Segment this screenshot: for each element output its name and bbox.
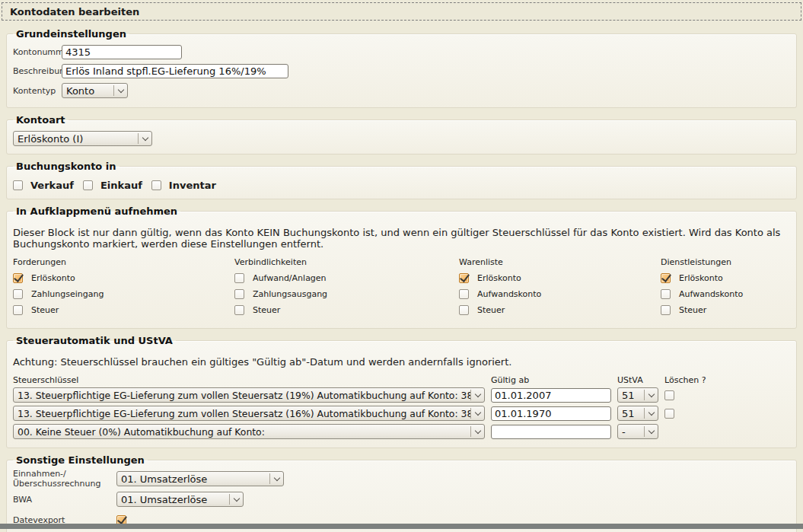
chevron-down-icon (230, 499, 243, 501)
bwa-label: BWA (13, 495, 116, 505)
column-header: Forderungen (13, 257, 234, 267)
chevron-down-icon (114, 90, 127, 92)
checkbox-label: Steuer (31, 305, 59, 315)
checkbox-einkauf[interactable] (83, 180, 93, 190)
section-kontoart-legend: Kontoart (13, 114, 69, 126)
section-sonstige: Sonstige Einstellungen Einnahmen-/Übersc… (6, 454, 797, 532)
checkbox-warenliste-aufwandskonto[interactable] (459, 289, 469, 299)
chevron-down-icon (645, 431, 658, 433)
checkbox-warenliste-steuer[interactable] (459, 305, 469, 315)
steuerschluessel-select-3[interactable]: 00. Keine Steuer (0%) Automatikbuchung a… (13, 424, 485, 439)
checkbox-label: Erlöskonto (679, 273, 723, 283)
section-aufklappmenu-legend: In Aufklappmenü aufnehmen (13, 205, 180, 217)
aufklappmenu-hint: Dieser Block ist nur dann gültig, wenn d… (13, 227, 790, 250)
gueltig-ab-input-3[interactable] (491, 425, 611, 439)
ustva-select-1[interactable]: 51 (617, 387, 658, 403)
checkbox-label: Steuer (679, 305, 706, 315)
kontentyp-select[interactable]: Konto (62, 83, 128, 98)
steuerschluessel-select-value: 13. Steuerpflichtige EG-Lieferung zum vo… (14, 390, 470, 401)
checkbox-verbindlichkeiten-steuer[interactable] (234, 305, 244, 315)
steuerschluessel-select-value: 00. Keine Steuer (0%) Automatikbuchung a… (14, 426, 470, 438)
ustva-select-3[interactable]: - (617, 424, 658, 439)
column-header: Warenliste (459, 257, 661, 267)
loeschen-checkbox-1[interactable] (664, 390, 674, 400)
column-forderungen: Forderungen Erlöskonto Zahlungseingang S… (13, 257, 234, 321)
checkbox-forderungen-steuer[interactable] (13, 305, 23, 315)
steuer-row: 13. Steuerpflichtige EG-Lieferung zum vo… (13, 406, 790, 421)
ustva-select-value: 51 (618, 390, 644, 401)
checkbox-verbindlichkeiten-aufwand-anlagen[interactable] (234, 273, 244, 283)
kontonummer-input[interactable] (62, 45, 182, 59)
header-steuerschluessel: Steuerschlüssel (13, 375, 485, 385)
checkbox-verkauf[interactable] (13, 180, 23, 190)
euer-label: Einnahmen-/Überschussrechnung (13, 469, 116, 489)
column-header: Verbindlichkeiten (234, 257, 459, 267)
chevron-down-icon (471, 413, 484, 415)
steuerschluessel-select-value: 13. Steuerpflichtige EG-Lieferung zum vo… (14, 408, 470, 419)
checkbox-inventar[interactable] (151, 180, 161, 190)
checkbox-label: Steuer (477, 305, 505, 315)
checkbox-label: Aufwandskonto (679, 289, 743, 299)
steuer-row: 00. Keine Steuer (0%) Automatikbuchung a… (13, 424, 790, 439)
section-buchungskonto: Buchungskonto in Verkauf Einkauf Inventa… (6, 161, 797, 199)
checkbox-dienstleistungen-steuer[interactable] (661, 305, 671, 315)
checkbox-einkauf-label: Einkauf (100, 180, 142, 191)
loeschen-checkbox-2[interactable] (664, 409, 674, 419)
checkbox-verkauf-label: Verkauf (30, 180, 74, 191)
bottom-status-bar (0, 524, 803, 529)
checkbox-forderungen-zahlungseingang[interactable] (13, 289, 23, 299)
steuerautomatik-hint: Achtung: Steuerschlüssel brauchen ein gü… (13, 356, 790, 368)
column-dienstleistungen: Dienstleistungen Erlöskonto Aufwandskont… (661, 257, 790, 321)
chevron-down-icon (471, 394, 484, 397)
section-steuerautomatik: Steuerautomatik und UStVA Achtung: Steue… (6, 335, 797, 448)
gueltig-ab-input-2[interactable] (491, 406, 611, 421)
section-kontoart: Kontoart Erlöskonto (I) (6, 114, 797, 155)
section-sonstige-legend: Sonstige Einstellungen (13, 454, 148, 466)
beschreibung-label: Beschreibung (13, 66, 62, 76)
checkbox-dienstleistungen-erloeskonto[interactable] (661, 273, 671, 283)
section-grundeinstellungen-legend: Grundeinstellungen (13, 28, 129, 40)
bwa-select[interactable]: 01. Umsatzerlöse (116, 492, 244, 507)
checkbox-label: Zahlungsausgang (253, 289, 327, 299)
header-loeschen: Löschen ? (664, 375, 680, 385)
column-verbindlichkeiten: Verbindlichkeiten Aufwand/Anlagen Zahlun… (234, 257, 459, 321)
checkbox-forderungen-erloeskonto[interactable] (13, 273, 23, 283)
chevron-down-icon (139, 138, 151, 140)
page-title: Kontodaten bearbeiten (2, 2, 801, 21)
steuer-row: 13. Steuerpflichtige EG-Lieferung zum vo… (13, 387, 790, 403)
checkbox-label: Steuer (253, 305, 280, 315)
checkbox-warenliste-erloeskonto[interactable] (459, 273, 469, 283)
beschreibung-input[interactable] (62, 64, 288, 78)
kontoart-select[interactable]: Erlöskonto (I) (13, 131, 152, 146)
section-aufklappmenu: In Aufklappmenü aufnehmen Dieser Block i… (6, 205, 797, 329)
checkbox-label: Zahlungseingang (31, 289, 104, 299)
checkbox-label: Aufwand/Anlagen (253, 273, 327, 283)
section-grundeinstellungen: Grundeinstellungen Kontonummer Beschreib… (6, 28, 797, 108)
section-steuerautomatik-legend: Steuerautomatik und UStVA (13, 335, 176, 346)
steuerschluessel-select-2[interactable]: 13. Steuerpflichtige EG-Lieferung zum vo… (13, 406, 485, 421)
chevron-down-icon (645, 413, 658, 415)
ustva-select-value: 51 (618, 408, 644, 419)
chevron-down-icon (471, 431, 484, 433)
checkbox-verbindlichkeiten-zahlungsausgang[interactable] (234, 289, 244, 299)
euer-select[interactable]: 01. Umsatzerlöse (116, 471, 284, 486)
checkbox-label: Erlöskonto (31, 273, 75, 283)
ustva-select-value: - (618, 426, 644, 438)
kontentyp-label: Kontentyp (13, 86, 62, 96)
bwa-select-value: 01. Umsatzerlöse (117, 494, 229, 505)
kontonummer-label: Kontonummer (13, 47, 62, 57)
column-warenliste: Warenliste Erlöskonto Aufwandskonto Steu… (459, 257, 661, 321)
section-buchungskonto-legend: Buchungskonto in (13, 161, 119, 172)
ustva-select-2[interactable]: 51 (617, 406, 658, 421)
checkbox-label: Erlöskonto (477, 273, 521, 283)
kontoart-select-value: Erlöskonto (I) (14, 133, 138, 145)
checkbox-dienstleistungen-aufwandskonto[interactable] (661, 289, 671, 299)
gueltig-ab-input-1[interactable] (491, 388, 611, 403)
checkbox-inventar-label: Inventar (169, 180, 216, 191)
chevron-down-icon (645, 394, 658, 397)
checkbox-label: Aufwandskonto (477, 289, 541, 299)
column-header: Dienstleistungen (661, 257, 790, 267)
header-ustva: UStVA (617, 375, 658, 385)
steuerschluessel-select-1[interactable]: 13. Steuerpflichtige EG-Lieferung zum vo… (13, 387, 485, 403)
kontentyp-select-value: Konto (62, 85, 113, 97)
